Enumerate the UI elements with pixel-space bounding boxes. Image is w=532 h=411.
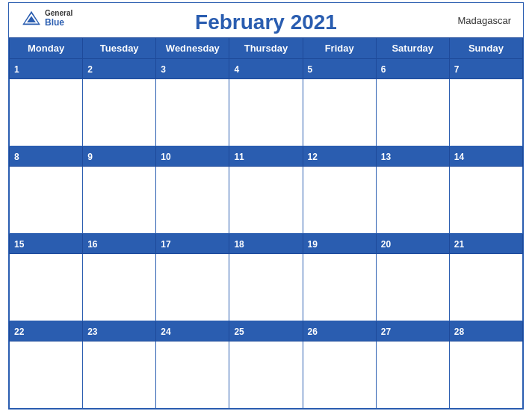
week-2-day-1-num-cell: 8 bbox=[10, 146, 83, 166]
week-3-day-4-num-cell: 18 bbox=[229, 233, 303, 253]
week-4-content-row bbox=[10, 341, 523, 408]
week-4-day-5-content-cell bbox=[303, 341, 376, 408]
week-1-day-3-content-cell bbox=[156, 78, 229, 146]
week-3-day-7-content-cell bbox=[449, 253, 522, 321]
generalblue-logo-icon bbox=[21, 10, 42, 26]
logo-blue-text: Blue bbox=[45, 17, 72, 28]
week-4-day-6-num-cell: 27 bbox=[376, 321, 449, 341]
day-num-27: 27 bbox=[381, 327, 391, 337]
day-num-25: 25 bbox=[234, 327, 244, 337]
logo-area: General Blue bbox=[21, 9, 72, 28]
week-1-day-4-content-cell bbox=[229, 78, 303, 146]
day-num-19: 19 bbox=[308, 239, 318, 250]
week-3-day-6-content-cell bbox=[376, 253, 449, 321]
week-4-day-6-content-cell bbox=[376, 341, 449, 408]
week-3-day-6-num-cell: 20 bbox=[376, 233, 449, 253]
week-4-day-1-content-cell bbox=[10, 341, 83, 408]
day-num-4: 4 bbox=[234, 64, 239, 75]
week-1-day-6-content-cell bbox=[376, 78, 449, 146]
week-2-day-2-num-cell: 9 bbox=[83, 146, 156, 166]
day-num-24: 24 bbox=[161, 327, 170, 337]
week-1-day-2-content-cell bbox=[83, 78, 156, 146]
day-num-2: 2 bbox=[87, 64, 93, 75]
week-3-day-1-content-cell bbox=[10, 253, 83, 321]
week-3-day-5-num-cell: 19 bbox=[303, 233, 376, 253]
day-num-6: 6 bbox=[381, 64, 386, 75]
week-1-header-row: 1234567 bbox=[10, 58, 523, 78]
week-1-day-4-num-cell: 4 bbox=[229, 58, 303, 78]
day-num-20: 20 bbox=[381, 239, 391, 250]
week-1-day-7-num-cell: 7 bbox=[449, 58, 522, 78]
week-3-header-row: 15161718192021 bbox=[10, 233, 523, 253]
week-2-day-3-num-cell: 10 bbox=[156, 146, 229, 166]
day-num-15: 15 bbox=[14, 239, 24, 250]
calendar-grid: Monday Tuesday Wednesday Thursday Friday… bbox=[9, 37, 523, 409]
week-2-day-6-content-cell bbox=[376, 166, 449, 233]
day-num-1: 1 bbox=[14, 64, 19, 75]
country-label: Madagascar bbox=[457, 15, 511, 26]
week-4-day-5-num-cell: 26 bbox=[303, 321, 376, 341]
week-1-day-1-content-cell bbox=[10, 78, 83, 146]
week-4-header-row: 22232425262728 bbox=[10, 321, 523, 341]
week-2-header-row: 891011121314 bbox=[10, 146, 523, 166]
weekday-tuesday: Tuesday bbox=[83, 37, 156, 58]
week-4-day-3-num-cell: 24 bbox=[156, 321, 229, 341]
weekday-sunday: Sunday bbox=[449, 37, 522, 58]
week-2-day-5-num-cell: 12 bbox=[303, 146, 376, 166]
week-4-day-3-content-cell bbox=[156, 341, 229, 408]
weekday-thursday: Thursday bbox=[229, 37, 303, 58]
calendar-header: General Blue February 2021 Madagascar bbox=[9, 3, 523, 37]
week-1-day-5-content-cell bbox=[303, 78, 376, 146]
week-1-day-2-num-cell: 2 bbox=[83, 58, 156, 78]
day-num-17: 17 bbox=[161, 239, 170, 250]
week-3-day-4-content-cell bbox=[229, 253, 303, 321]
week-2-day-6-num-cell: 13 bbox=[376, 146, 449, 166]
week-3-day-5-content-cell bbox=[303, 253, 376, 321]
week-3-content-row bbox=[10, 253, 523, 321]
week-3-day-2-content-cell bbox=[83, 253, 156, 321]
day-num-11: 11 bbox=[234, 152, 244, 162]
day-num-12: 12 bbox=[308, 152, 318, 162]
logo-text-block: General Blue bbox=[45, 9, 72, 28]
day-num-7: 7 bbox=[454, 64, 460, 75]
week-1-day-5-num-cell: 5 bbox=[303, 58, 376, 78]
week-4-day-1-num-cell: 22 bbox=[10, 321, 83, 341]
week-3-day-1-num-cell: 15 bbox=[10, 233, 83, 253]
week-2-day-4-content-cell bbox=[229, 166, 303, 233]
day-num-9: 9 bbox=[87, 152, 93, 162]
week-4-day-2-content-cell bbox=[83, 341, 156, 408]
week-2-content-row bbox=[10, 166, 523, 233]
week-4-day-4-content-cell bbox=[229, 341, 303, 408]
week-3-day-7-num-cell: 21 bbox=[449, 233, 522, 253]
week-4-day-7-num-cell: 28 bbox=[449, 321, 522, 341]
day-num-23: 23 bbox=[87, 327, 97, 337]
day-num-8: 8 bbox=[14, 152, 19, 162]
day-num-22: 22 bbox=[14, 327, 24, 337]
day-num-28: 28 bbox=[454, 327, 464, 337]
week-1-day-1-num-cell: 1 bbox=[10, 58, 83, 78]
day-num-16: 16 bbox=[87, 239, 97, 250]
weekday-monday: Monday bbox=[10, 37, 83, 58]
week-1-content-row bbox=[10, 78, 523, 146]
day-num-18: 18 bbox=[234, 239, 244, 250]
week-2-day-2-content-cell bbox=[83, 166, 156, 233]
month-title: February 2021 bbox=[195, 10, 337, 34]
weekday-header-row: Monday Tuesday Wednesday Thursday Friday… bbox=[10, 37, 523, 58]
week-2-day-4-num-cell: 11 bbox=[229, 146, 303, 166]
day-num-26: 26 bbox=[308, 327, 318, 337]
weekday-saturday: Saturday bbox=[376, 37, 449, 58]
week-2-day-7-num-cell: 14 bbox=[449, 146, 522, 166]
calendar-body: 1234567891011121314151617181920212223242… bbox=[10, 58, 523, 408]
weekday-friday: Friday bbox=[303, 37, 376, 58]
day-num-10: 10 bbox=[161, 152, 170, 162]
logo-general-text: General bbox=[45, 9, 72, 17]
week-2-day-3-content-cell bbox=[156, 166, 229, 233]
week-2-day-7-content-cell bbox=[449, 166, 522, 233]
week-1-day-3-num-cell: 3 bbox=[156, 58, 229, 78]
week-4-day-2-num-cell: 23 bbox=[83, 321, 156, 341]
day-num-13: 13 bbox=[381, 152, 391, 162]
calendar-container: General Blue February 2021 Madagascar Mo… bbox=[8, 2, 524, 410]
day-num-3: 3 bbox=[161, 64, 166, 75]
week-1-day-7-content-cell bbox=[449, 78, 522, 146]
week-4-day-7-content-cell bbox=[449, 341, 522, 408]
